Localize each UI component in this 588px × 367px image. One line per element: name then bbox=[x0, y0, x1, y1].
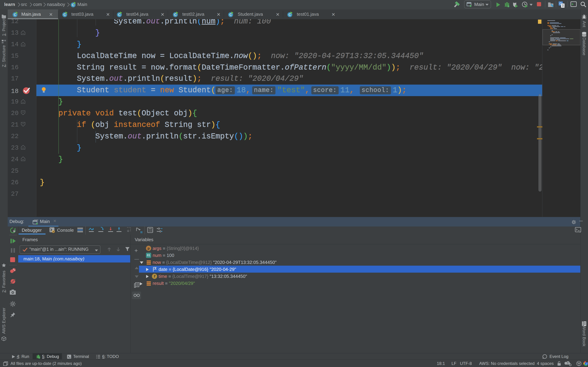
svg-text:?: ? bbox=[567, 362, 569, 365]
